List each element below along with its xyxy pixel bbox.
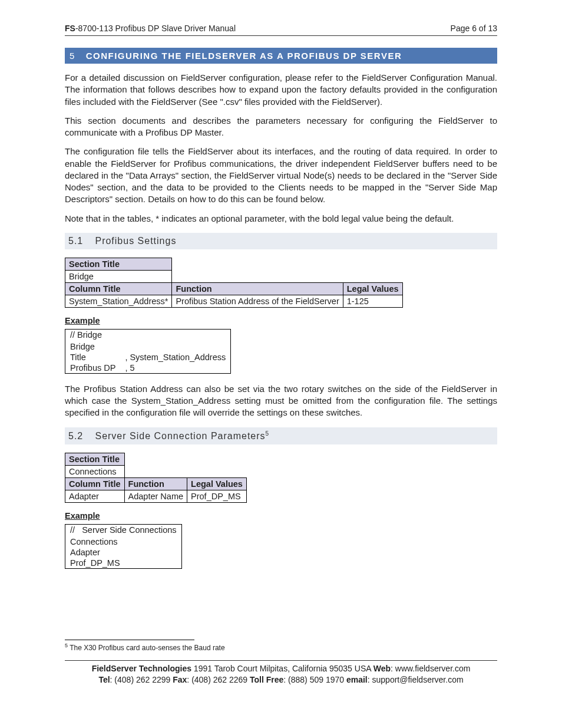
footer-line-1: FieldServer Technologies 1991 Tarob Cour… [65, 663, 497, 675]
td-func: Profibus Station Address of the FieldSer… [172, 295, 343, 307]
footer-web: : www.fieldserver.com [391, 664, 470, 673]
ex-line: Title [65, 352, 121, 363]
footnote-separator [65, 640, 194, 640]
footer-fax-label: Fax [173, 675, 187, 684]
footer-company: FieldServer Technologies [92, 664, 191, 673]
table-row: System_Station_Address* Profibus Station… [65, 295, 403, 307]
footer-line-2: Tel: (408) 262 2299 Fax: (408) 262 2269 … [65, 674, 497, 686]
subsection-heading: 5.2 Server Side Connection Parameters5 [65, 427, 497, 444]
profibus-settings-table: Section Title Bridge Column Title Functi… [65, 258, 403, 308]
page-footer: FieldServer Technologies 1991 Tarob Cour… [65, 661, 497, 686]
ex-line: // Bridge [65, 329, 231, 340]
subsection-title: Server Side Connection Parameters [95, 431, 265, 441]
th-function: Function [124, 477, 187, 490]
footnote-text: The X30 Profibus card auto-senses the Ba… [68, 644, 225, 652]
td-section-value: Bridge [65, 270, 172, 282]
th-legal: Legal Values [343, 282, 402, 295]
empty-cell [124, 453, 246, 465]
footer-fax: : (408) 262 2269 [187, 675, 250, 684]
empty-cell [172, 270, 402, 282]
footnote-ref: 5 [266, 430, 270, 437]
ex-line: Bridge [65, 341, 231, 352]
section-title: CONFIGURING THE FIELDSERVER AS A PROFIBU… [86, 51, 402, 61]
footer-email-label: email [346, 675, 368, 684]
table-row: Adapter Adapter Name Prof_DP_MS [65, 490, 247, 502]
empty-cell [124, 465, 246, 477]
footer-toll: : (888) 509 1970 [283, 675, 346, 684]
footnote: 5 The X30 Profibus card auto-senses the … [65, 643, 497, 652]
td-legal: 1-125 [343, 295, 402, 307]
td-legal: Prof_DP_MS [187, 490, 247, 502]
document-page: FS-8700-113 Profibus DP Slave Driver Man… [0, 0, 562, 728]
paragraph: This section documents and describes the… [65, 115, 497, 139]
header-right: Page 6 of 13 [451, 24, 497, 33]
footer-tel-label: Tel [98, 675, 110, 684]
td-section-value: Connections [65, 465, 125, 477]
subsection-number: 5.1 [68, 236, 92, 246]
th-section-title: Section Title [65, 258, 172, 270]
example-label: Example [65, 511, 497, 521]
header-left: FS-8700-113 Profibus DP Slave Driver Man… [65, 24, 236, 33]
paragraph: Note that in the tables, * indicates an … [65, 213, 497, 225]
header-left-rest: -8700-113 Profibus DP Slave Driver Manua… [75, 24, 236, 33]
th-function: Function [172, 282, 343, 295]
th-column-title: Column Title [65, 282, 172, 295]
header-rule [65, 35, 497, 36]
ex-line: Adapter [65, 547, 182, 558]
connection-params-table: Section Title Connections Column Title F… [65, 453, 247, 503]
ex-line: , System_Station_Address [120, 352, 230, 363]
section-number: 5 [70, 51, 82, 61]
section-heading: 5 CONFIGURING THE FIELDSERVER AS A PROFI… [65, 48, 497, 64]
ex-line: Connections [65, 536, 182, 547]
subsection-title: Profibus Settings [95, 236, 176, 246]
empty-cell [172, 258, 402, 270]
footer-address: 1991 Tarob Court Milpitas, California 95… [191, 664, 373, 673]
example-block-1: // Bridge Bridge Title , System_Station_… [65, 329, 231, 374]
footer-toll-label: Toll Free [250, 675, 283, 684]
th-section-title: Section Title [65, 453, 125, 465]
td-col: System_Station_Address* [65, 295, 172, 307]
td-func: Adapter Name [124, 490, 187, 502]
subsection-number: 5.2 [68, 431, 92, 442]
th-column-title: Column Title [65, 477, 125, 490]
subsection-heading: 5.1 Profibus Settings [65, 233, 497, 249]
footer-web-label: Web [373, 664, 391, 673]
example-block-2: // Server Side Connections Connections A… [65, 524, 182, 569]
td-col: Adapter [65, 490, 125, 502]
ex-line: , 5 [120, 363, 230, 374]
footer-email: : support@fieldserver.com [368, 675, 464, 684]
paragraph: The Profibus Station Address can also be… [65, 383, 497, 419]
ex-line: // Server Side Connections [65, 524, 182, 535]
ex-line: Prof_DP_MS [65, 558, 182, 569]
page-header: FS-8700-113 Profibus DP Slave Driver Man… [65, 24, 497, 35]
paragraph: For a detailed discussion on FieldServer… [65, 72, 497, 108]
footer-tel: : (408) 262 2299 [110, 675, 173, 684]
example-label: Example [65, 316, 497, 325]
paragraph: The configuration file tells the FieldSe… [65, 146, 497, 205]
th-legal: Legal Values [187, 477, 247, 490]
header-left-bold: FS [65, 24, 75, 33]
ex-line: Profibus DP [65, 363, 121, 374]
